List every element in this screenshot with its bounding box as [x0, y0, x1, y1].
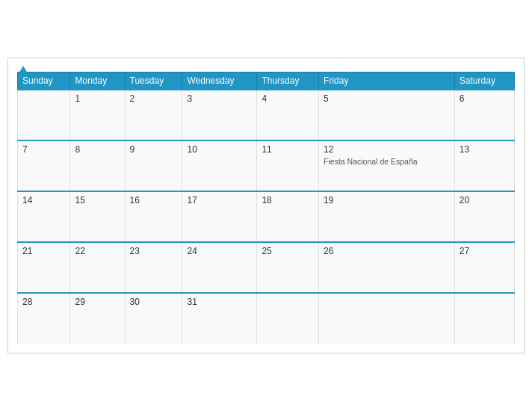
calendar-day-cell: 25	[257, 242, 319, 293]
calendar-day-cell: 11	[257, 140, 319, 191]
calendar-day-cell: 12Fiesta Nacional de España	[319, 140, 455, 191]
calendar-day-cell: 8	[70, 140, 125, 191]
day-number: 16	[130, 195, 178, 206]
day-number: 17	[187, 195, 252, 206]
day-number: 25	[262, 246, 314, 256]
day-number: 4	[262, 93, 314, 104]
day-number: 8	[75, 144, 120, 155]
day-number: 11	[262, 144, 314, 155]
day-number: 28	[22, 297, 65, 307]
calendar-day-cell: 29	[70, 293, 125, 344]
weekday-header-sunday: Sunday	[18, 72, 70, 90]
day-number: 12	[324, 144, 450, 155]
calendar-container: SundayMondayTuesdayWednesdayThursdayFrid…	[7, 58, 525, 353]
day-number: 3	[187, 93, 252, 104]
calendar-day-cell: 17	[182, 191, 257, 242]
calendar-week-row: 14151617181920	[18, 191, 515, 242]
calendar-day-cell: 10	[182, 140, 257, 191]
weekday-header-saturday: Saturday	[454, 72, 514, 90]
calendar-day-cell: 31	[182, 293, 257, 344]
logo-triangle-icon	[19, 66, 28, 73]
calendar-day-cell: 6	[454, 90, 514, 140]
weekday-header-thursday: Thursday	[257, 72, 319, 90]
calendar-week-row: 28293031	[18, 293, 515, 344]
calendar-day-cell	[319, 293, 455, 344]
calendar-day-cell: 22	[70, 242, 125, 293]
calendar-day-cell	[18, 90, 70, 140]
day-number: 29	[75, 297, 120, 307]
calendar-day-cell: 24	[182, 242, 257, 293]
calendar-day-cell: 19	[319, 191, 455, 242]
day-number: 10	[187, 144, 252, 155]
calendar-day-cell: 9	[125, 140, 182, 191]
day-number: 30	[130, 297, 178, 307]
calendar-day-cell: 5	[319, 90, 455, 140]
calendar-day-cell: 7	[18, 140, 70, 191]
weekday-header-tuesday: Tuesday	[125, 72, 182, 90]
calendar-day-cell: 18	[257, 191, 319, 242]
event-text: Fiesta Nacional de España	[324, 157, 418, 166]
calendar-day-cell: 26	[319, 242, 455, 293]
day-number: 22	[75, 246, 120, 256]
day-number: 7	[22, 144, 65, 155]
calendar-day-cell: 1	[70, 90, 125, 140]
day-number: 1	[75, 93, 120, 104]
day-number: 31	[187, 297, 252, 307]
day-number: 6	[460, 93, 510, 104]
day-number: 24	[187, 246, 252, 256]
calendar-day-cell: 30	[125, 293, 182, 344]
calendar-day-cell: 3	[182, 90, 257, 140]
calendar-week-row: 21222324252627	[18, 242, 515, 293]
day-number: 15	[75, 195, 120, 206]
day-number: 26	[324, 246, 450, 256]
calendar-day-cell: 4	[257, 90, 319, 140]
calendar-day-cell: 15	[70, 191, 125, 242]
calendar-week-row: 789101112Fiesta Nacional de España13	[18, 140, 515, 191]
calendar-day-cell: 14	[18, 191, 70, 242]
day-number: 20	[460, 195, 510, 206]
logo	[17, 66, 28, 73]
day-number: 14	[22, 195, 65, 206]
day-number: 13	[460, 144, 510, 155]
weekday-header-monday: Monday	[70, 72, 125, 90]
calendar-week-row: 123456	[18, 90, 515, 140]
calendar-day-cell: 2	[125, 90, 182, 140]
calendar-grid: SundayMondayTuesdayWednesdayThursdayFrid…	[17, 72, 515, 344]
calendar-day-cell	[454, 293, 514, 344]
weekday-header-row: SundayMondayTuesdayWednesdayThursdayFrid…	[18, 72, 515, 90]
calendar-day-cell: 23	[125, 242, 182, 293]
calendar-day-cell: 27	[454, 242, 514, 293]
calendar-day-cell: 13	[454, 140, 514, 191]
weekday-header-friday: Friday	[319, 72, 455, 90]
calendar-day-cell: 20	[454, 191, 514, 242]
calendar-day-cell: 16	[125, 191, 182, 242]
calendar-day-cell: 28	[18, 293, 70, 344]
calendar-day-cell	[257, 293, 319, 344]
day-number: 27	[460, 246, 510, 256]
day-number: 19	[324, 195, 450, 206]
day-number: 18	[262, 195, 314, 206]
day-number: 23	[130, 246, 178, 256]
day-number: 21	[22, 246, 65, 256]
calendar-day-cell: 21	[18, 242, 70, 293]
weekday-header-wednesday: Wednesday	[182, 72, 257, 90]
day-number: 2	[130, 93, 178, 104]
day-number: 9	[130, 144, 178, 155]
day-number: 5	[324, 93, 450, 104]
